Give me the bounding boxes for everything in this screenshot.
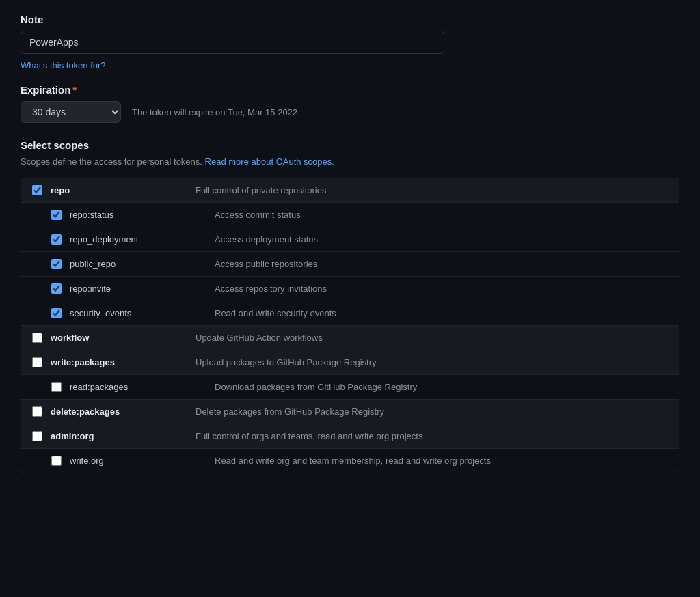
scope-desc-write-org: Read and write org and team membership, … (215, 456, 491, 466)
scope-name-repo: repo (51, 185, 187, 195)
scopes-description: Scopes define the access for personal to… (21, 156, 679, 167)
scope-checkbox-public-repo[interactable] (51, 259, 62, 269)
scope-name-write-org: write:org (70, 456, 206, 466)
scope-desc-public-repo: Access public repositories (215, 259, 317, 269)
scope-checkbox-repo-deployment[interactable] (51, 234, 62, 245)
scope-checkbox-write-packages[interactable] (32, 357, 42, 367)
scope-name-read-packages: read:packages (70, 382, 206, 392)
expiration-select[interactable]: 7 days 30 days 60 days 90 days Custom No… (21, 101, 121, 123)
note-input[interactable] (21, 31, 444, 54)
scope-desc-admin-org: Full control of orgs and teams, read and… (196, 431, 422, 441)
scope-name-delete-packages: delete:packages (51, 406, 187, 417)
expiration-label: Expiration* (21, 84, 679, 96)
scope-row-public-repo: public_repo Access public repositories (21, 252, 679, 277)
scope-checkbox-write-org[interactable] (51, 456, 62, 466)
scope-row-delete-packages: delete:packages Delete packages from Git… (21, 400, 679, 424)
note-label: Note (21, 14, 679, 25)
scope-name-security-events: security_events (70, 308, 206, 318)
scope-row-repo: repo Full control of private repositorie… (21, 178, 679, 203)
scope-name-workflow: workflow (51, 333, 187, 343)
scope-desc-repo-deployment: Access deployment status (215, 234, 318, 245)
scope-checkbox-repo-status[interactable] (51, 210, 62, 220)
scope-row-security-events: security_events Read and write security … (21, 301, 679, 326)
scope-name-repo-status: repo:status (70, 210, 206, 220)
scope-name-public-repo: public_repo (70, 259, 206, 269)
scope-row-read-packages: read:packages Download packages from Git… (21, 375, 679, 400)
scope-row-write-packages: write:packages Upload packages to GitHub… (21, 350, 679, 375)
scope-desc-security-events: Read and write security events (215, 308, 336, 318)
scope-desc-repo: Full control of private repositories (196, 185, 326, 195)
scope-row-write-org: write:org Read and write org and team me… (21, 449, 679, 473)
scope-desc-repo-invite: Access repository invitations (215, 283, 327, 294)
scope-row-repo-status: repo:status Access commit status (21, 203, 679, 227)
scope-desc-repo-status: Access commit status (215, 210, 301, 220)
scopes-link[interactable]: Read more about OAuth scopes. (205, 156, 334, 167)
scope-row-repo-invite: repo:invite Access repository invitation… (21, 277, 679, 301)
scope-row-repo-deployment: repo_deployment Access deployment status (21, 227, 679, 252)
scope-checkbox-security-events[interactable] (51, 308, 62, 318)
scope-checkbox-admin-org[interactable] (32, 431, 42, 441)
expiration-note: The token will expire on Tue, Mar 15 202… (132, 107, 297, 117)
scopes-description-text: Scopes define the access for personal to… (21, 156, 202, 167)
required-star: * (72, 84, 77, 96)
scope-row-workflow: workflow Update GitHub Action workflows (21, 326, 679, 350)
note-helper-link[interactable]: What's this token for? (21, 60, 106, 70)
scope-desc-write-packages: Upload packages to GitHub Package Regist… (196, 357, 376, 367)
scopes-title: Select scopes (21, 139, 679, 151)
scope-desc-delete-packages: Delete packages from GitHub Package Regi… (196, 406, 384, 417)
scope-checkbox-repo[interactable] (32, 185, 42, 195)
scope-name-write-packages: write:packages (51, 357, 187, 367)
scope-checkbox-workflow[interactable] (32, 333, 42, 343)
scopes-table: repo Full control of private repositorie… (21, 178, 679, 473)
scope-name-admin-org: admin:org (51, 431, 187, 441)
scope-name-repo-invite: repo:invite (70, 283, 206, 294)
scope-row-admin-org: admin:org Full control of orgs and teams… (21, 424, 679, 449)
scope-name-repo-deployment: repo_deployment (70, 234, 206, 245)
scope-desc-read-packages: Download packages from GitHub Package Re… (215, 382, 417, 392)
scope-checkbox-repo-invite[interactable] (51, 283, 62, 294)
scope-desc-workflow: Update GitHub Action workflows (196, 333, 323, 343)
scope-checkbox-read-packages[interactable] (51, 382, 62, 392)
scope-checkbox-delete-packages[interactable] (32, 406, 42, 417)
